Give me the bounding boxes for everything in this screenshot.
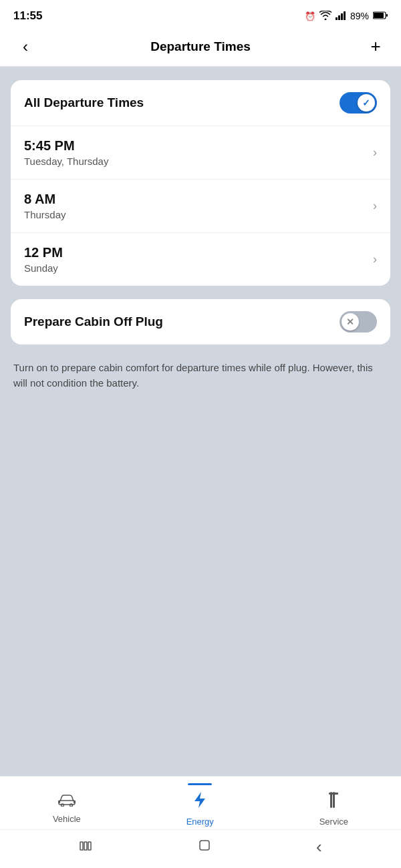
svg-rect-5 bbox=[374, 13, 384, 18]
departure-time-left-1: 8 AM Thursday bbox=[24, 192, 66, 220]
departure-time-value-0: 5:45 PM bbox=[24, 138, 108, 154]
battery-percentage: 89% bbox=[350, 11, 369, 21]
departure-days-0: Tuesday, Thursday bbox=[24, 156, 108, 167]
svg-rect-15 bbox=[80, 842, 83, 850]
vehicle-icon bbox=[57, 791, 76, 811]
toggle-thumb: ✓ bbox=[358, 94, 375, 112]
wifi-icon bbox=[319, 11, 331, 22]
all-departure-times-toggle[interactable]: ✓ bbox=[340, 92, 377, 114]
chevron-icon-0: › bbox=[373, 146, 377, 160]
departure-days-2: Sunday bbox=[24, 262, 63, 274]
status-icons: ⏰ 89% bbox=[305, 11, 388, 22]
prepare-cabin-label: Prepare Cabin Off Plug bbox=[24, 314, 163, 329]
bottom-nav: Vehicle Energy Service bbox=[0, 776, 401, 829]
prepare-cabin-toggle-thumb: ✕ bbox=[342, 313, 359, 331]
prepare-cabin-row[interactable]: Prepare Cabin Off Plug ✕ bbox=[11, 299, 390, 345]
nav-bar-energy bbox=[188, 783, 212, 785]
android-home-button[interactable] bbox=[197, 838, 212, 857]
service-icon bbox=[325, 791, 342, 814]
chevron-icon-2: › bbox=[373, 252, 377, 266]
departure-times-card: All Departure Times ✓ 5:45 PM Tuesday, T… bbox=[11, 80, 390, 286]
departure-time-value-2: 12 PM bbox=[24, 245, 63, 260]
nav-label-service: Service bbox=[319, 817, 348, 827]
departure-time-value-1: 8 AM bbox=[24, 192, 66, 207]
departure-time-row-2[interactable]: 12 PM Sunday › bbox=[11, 233, 390, 286]
page-title: Departure Times bbox=[150, 39, 251, 54]
departure-time-row-1[interactable]: 8 AM Thursday › bbox=[11, 180, 390, 233]
header: ‹ Departure Times + bbox=[0, 29, 401, 67]
svg-rect-18 bbox=[200, 841, 209, 850]
nav-bar-service bbox=[321, 783, 346, 785]
svg-point-9 bbox=[70, 804, 72, 807]
status-bar: 11:55 ⏰ 89% bbox=[0, 0, 401, 29]
back-button[interactable]: ‹ bbox=[13, 37, 37, 56]
nav-item-energy[interactable]: Energy bbox=[173, 783, 227, 827]
nav-item-service[interactable]: Service bbox=[306, 783, 362, 827]
android-nav: ‹ bbox=[0, 829, 401, 868]
battery-icon bbox=[373, 11, 388, 21]
svg-rect-17 bbox=[88, 842, 91, 850]
status-time: 11:55 bbox=[13, 9, 42, 23]
cabin-description-text: Turn on to prepare cabin comfort for dep… bbox=[11, 358, 390, 393]
svg-rect-11 bbox=[74, 801, 76, 803]
svg-rect-10 bbox=[58, 801, 60, 803]
alarm-icon: ⏰ bbox=[305, 11, 315, 21]
add-button[interactable]: + bbox=[364, 36, 388, 57]
cabin-description: Turn on to prepare cabin comfort for dep… bbox=[11, 358, 390, 393]
departure-time-left-2: 12 PM Sunday bbox=[24, 245, 63, 274]
departure-days-1: Thursday bbox=[24, 209, 66, 220]
svg-rect-6 bbox=[386, 14, 388, 17]
prepare-cabin-toggle[interactable]: ✕ bbox=[340, 311, 377, 333]
toggle-check-icon: ✓ bbox=[362, 97, 370, 108]
android-recents-button[interactable] bbox=[79, 839, 92, 856]
toggle-x-icon: ✕ bbox=[346, 316, 354, 327]
svg-rect-16 bbox=[84, 842, 87, 850]
android-back-button[interactable]: ‹ bbox=[316, 837, 322, 857]
energy-icon bbox=[192, 791, 208, 814]
signal-icon bbox=[336, 11, 346, 22]
all-departure-times-label: All Departure Times bbox=[24, 95, 144, 110]
departure-time-left-0: 5:45 PM Tuesday, Thursday bbox=[24, 138, 108, 167]
main-content: All Departure Times ✓ 5:45 PM Tuesday, T… bbox=[0, 67, 401, 776]
svg-rect-2 bbox=[341, 13, 343, 20]
prepare-cabin-card: Prepare Cabin Off Plug ✕ bbox=[11, 299, 390, 345]
svg-rect-0 bbox=[336, 17, 338, 20]
svg-rect-1 bbox=[338, 15, 340, 20]
chevron-icon-1: › bbox=[373, 199, 377, 213]
svg-rect-14 bbox=[329, 793, 338, 795]
all-departure-times-row[interactable]: All Departure Times ✓ bbox=[11, 80, 390, 126]
nav-item-vehicle[interactable]: Vehicle bbox=[39, 783, 94, 824]
svg-point-8 bbox=[61, 804, 63, 807]
svg-rect-3 bbox=[344, 11, 346, 20]
nav-bar-vehicle bbox=[55, 783, 79, 785]
nav-label-vehicle: Vehicle bbox=[53, 814, 81, 824]
departure-time-row-0[interactable]: 5:45 PM Tuesday, Thursday › bbox=[11, 126, 390, 180]
nav-label-energy: Energy bbox=[186, 817, 214, 827]
